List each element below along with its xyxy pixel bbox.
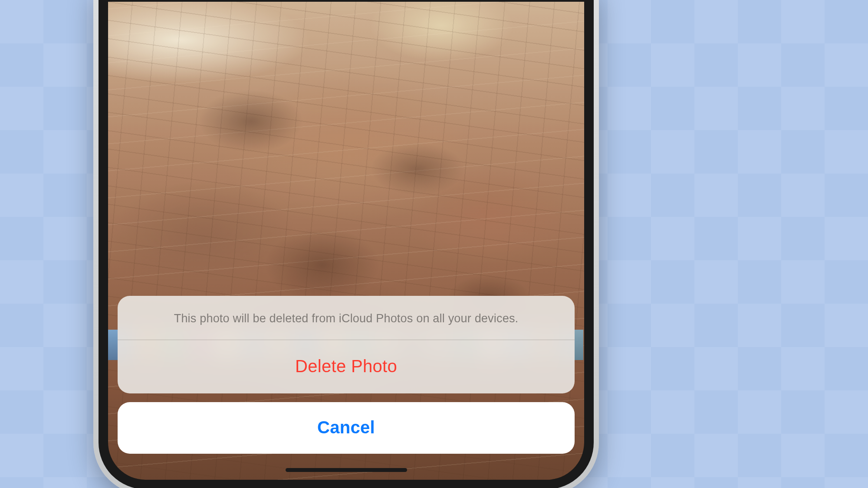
phone-screen: This photo will be deleted from iCloud P… — [108, 2, 584, 480]
cancel-button[interactable]: Cancel — [118, 402, 575, 454]
home-indicator[interactable] — [286, 468, 407, 472]
action-sheet: This photo will be deleted from iCloud P… — [118, 296, 575, 454]
phone-frame: This photo will be deleted from iCloud P… — [93, 0, 599, 488]
phone-bezel: This photo will be deleted from iCloud P… — [99, 0, 594, 488]
action-sheet-group: This photo will be deleted from iCloud P… — [118, 296, 575, 393]
delete-photo-button[interactable]: Delete Photo — [118, 340, 575, 393]
action-sheet-message: This photo will be deleted from iCloud P… — [118, 296, 575, 340]
